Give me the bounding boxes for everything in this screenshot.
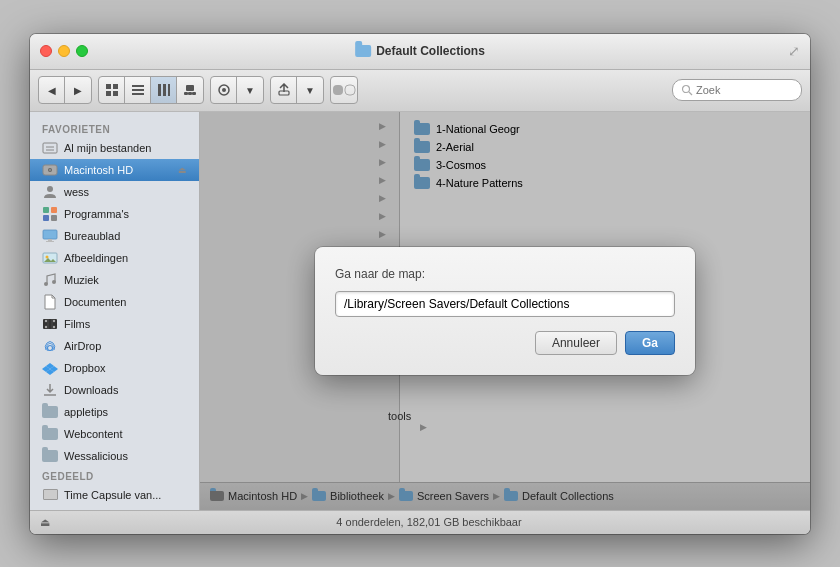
svg-rect-7 — [158, 84, 161, 96]
sidebar-item-label: Documenten — [64, 296, 126, 308]
share-button[interactable] — [271, 77, 297, 103]
svg-rect-1 — [113, 84, 118, 89]
resize-icon: ⤢ — [788, 43, 800, 59]
svg-rect-33 — [48, 239, 52, 241]
maximize-button[interactable] — [76, 45, 88, 57]
svg-rect-28 — [43, 207, 49, 213]
go-button[interactable]: Ga — [625, 331, 675, 355]
svg-point-36 — [46, 255, 49, 258]
search-box[interactable] — [672, 79, 802, 101]
sidebar-item-airdrop[interactable]: AirDrop — [30, 335, 199, 357]
sidebar-item-label: Muziek — [64, 274, 99, 286]
sidebar-item-label: Bureaublad — [64, 230, 120, 242]
sidebar-item-macintosh-hd[interactable]: Macintosh HD ⏏ — [30, 159, 199, 181]
goto-folder-dialog: Ga naar de map: Annuleer Ga — [315, 247, 695, 375]
action-dropdown[interactable]: ▼ — [237, 77, 263, 103]
folder-icon-wessalicious — [42, 448, 58, 464]
sidebar: FAVORIETEN Al mijn bestanden Macintosh H… — [30, 112, 200, 510]
favorites-header: FAVORIETEN — [30, 120, 199, 137]
sidebar-item-label: Wessalicious — [64, 450, 128, 462]
sidebar-item-webcontent[interactable]: Webcontent — [30, 423, 199, 445]
folder-icon-webcontent — [42, 426, 58, 442]
minimize-button[interactable] — [58, 45, 70, 57]
action-buttons: ▼ — [210, 76, 264, 104]
airdrop-icon — [42, 338, 58, 354]
goto-folder-input[interactable] — [335, 291, 675, 317]
sidebar-item-bureaublad[interactable]: Bureaublad — [30, 225, 199, 247]
sidebar-item-label: Macintosh HD — [64, 164, 133, 176]
toggle-button[interactable] — [331, 77, 357, 103]
sidebar-item-label: Afbeeldingen — [64, 252, 128, 264]
svg-point-46 — [48, 345, 53, 350]
sidebar-item-wess[interactable]: wess — [30, 181, 199, 203]
svg-rect-21 — [43, 143, 57, 153]
svg-point-43 — [53, 325, 55, 327]
svg-point-38 — [52, 280, 56, 284]
sidebar-item-documenten[interactable]: Documenten — [30, 291, 199, 313]
svg-point-40 — [45, 319, 47, 321]
music-icon — [42, 272, 58, 288]
sidebar-item-label: Dropbox — [64, 362, 106, 374]
status-bar: ⏏ 4 onderdelen, 182,01 GB beschikbaar — [30, 510, 810, 534]
user-icon — [42, 184, 58, 200]
downloads-icon — [42, 382, 58, 398]
status-text-area: 4 onderdelen, 182,01 GB beschikbaar — [58, 516, 800, 528]
share-buttons: ▼ — [270, 76, 324, 104]
sidebar-item-wessalicious[interactable]: Wessalicious — [30, 445, 199, 467]
svg-rect-17 — [333, 85, 343, 95]
svg-rect-30 — [43, 215, 49, 221]
dialog-overlay: Ga naar de map: Annuleer Ga — [200, 112, 810, 510]
share-dropdown[interactable]: ▼ — [297, 77, 323, 103]
eject-buttons — [330, 76, 358, 104]
finder-window: Default Collections ⤢ ◀ ▶ — [30, 34, 810, 534]
traffic-lights — [40, 45, 88, 57]
action-button[interactable] — [211, 77, 237, 103]
sidebar-item-programmas[interactable]: Programma's — [30, 203, 199, 225]
movies-icon — [42, 316, 58, 332]
svg-rect-12 — [188, 92, 192, 95]
cancel-button[interactable]: Annuleer — [535, 331, 617, 355]
sidebar-item-time-capsule[interactable]: Time Capsule van... — [30, 484, 199, 506]
sidebar-item-label: Programma's — [64, 208, 129, 220]
view-cover-button[interactable] — [177, 77, 203, 103]
desktop-icon — [42, 228, 58, 244]
sidebar-item-label: appletips — [64, 406, 108, 418]
forward-button[interactable]: ▶ — [65, 77, 91, 103]
status-text: 4 onderdelen, 182,01 GB beschikbaar — [336, 516, 521, 528]
dialog-buttons: Annuleer Ga — [335, 331, 675, 355]
svg-point-27 — [47, 186, 53, 192]
svg-rect-34 — [46, 241, 54, 242]
all-files-icon — [42, 140, 58, 156]
svg-rect-0 — [106, 84, 111, 89]
sidebar-item-all-files[interactable]: Al mijn bestanden — [30, 137, 199, 159]
nav-buttons: ◀ ▶ — [38, 76, 92, 104]
svg-rect-10 — [186, 85, 194, 91]
svg-rect-8 — [163, 84, 166, 96]
view-buttons — [98, 76, 204, 104]
close-button[interactable] — [40, 45, 52, 57]
toolbar: ◀ ▶ ▼ — [30, 70, 810, 112]
svg-rect-31 — [51, 215, 57, 221]
view-column-button[interactable] — [151, 77, 177, 103]
sidebar-item-muziek[interactable]: Muziek — [30, 269, 199, 291]
sidebar-item-dropbox[interactable]: Dropbox — [30, 357, 199, 379]
dropbox-icon — [42, 360, 58, 376]
svg-rect-29 — [51, 207, 57, 213]
svg-rect-2 — [106, 91, 111, 96]
images-icon — [42, 250, 58, 266]
file-area: ▶ ▶ ▶ ▶ ▶ ▶ ▶ ▶ ▶ ▶ ▶ ▶ tools — [200, 112, 810, 510]
window-title-area: Default Collections — [355, 44, 485, 58]
sidebar-item-appletips[interactable]: appletips — [30, 401, 199, 423]
sidebar-item-films[interactable]: Films — [30, 313, 199, 335]
view-icon-button[interactable] — [99, 77, 125, 103]
search-input[interactable] — [696, 84, 793, 96]
svg-point-37 — [44, 282, 48, 286]
title-folder-icon — [355, 45, 371, 57]
folder-icon-appletips — [42, 404, 58, 420]
sidebar-item-label: wess — [64, 186, 89, 198]
view-list-button[interactable] — [125, 77, 151, 103]
sidebar-item-downloads[interactable]: Downloads — [30, 379, 199, 401]
svg-rect-13 — [192, 92, 196, 95]
sidebar-item-afbeeldingen[interactable]: Afbeeldingen — [30, 247, 199, 269]
back-button[interactable]: ◀ — [39, 77, 65, 103]
